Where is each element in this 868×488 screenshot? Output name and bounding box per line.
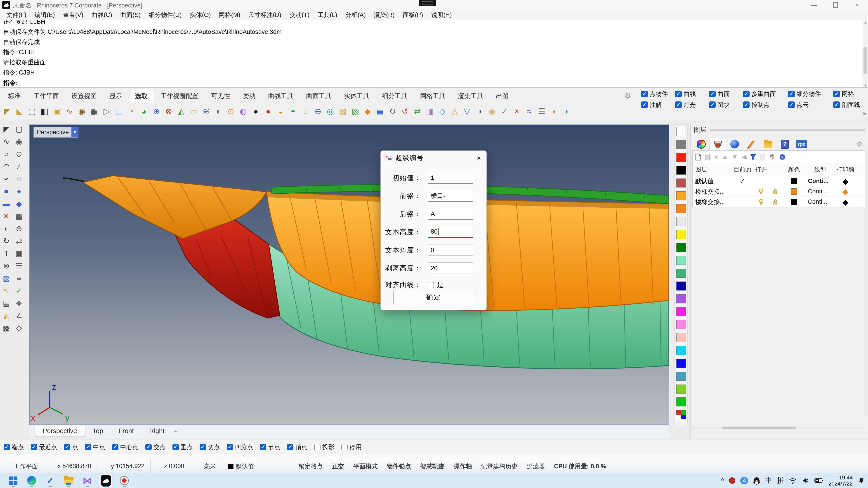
- filter-checkbox[interactable]: ✓ 点云: [788, 101, 833, 109]
- palette-color-swatch[interactable]: [676, 191, 686, 200]
- layers-vertical-scrollbar[interactable]: [865, 150, 868, 417]
- toolbar-icon[interactable]: ▦: [88, 105, 100, 118]
- palette-color-swatch[interactable]: [676, 243, 686, 252]
- ribbon-tab[interactable]: 设置视图: [65, 89, 103, 103]
- sidebar-tool-icon[interactable]: ◈: [13, 297, 25, 309]
- taskbar-todo-icon[interactable]: ✓: [44, 474, 57, 488]
- sidebar-tool-icon[interactable]: ▦: [13, 210, 25, 222]
- panel-tab-folder-icon[interactable]: [760, 138, 776, 151]
- toolbar-icon[interactable]: ◑: [473, 105, 486, 118]
- filter-icon[interactable]: [750, 154, 756, 160]
- toolbar-icon[interactable]: ◕: [138, 105, 150, 118]
- toolbar-icon[interactable]: ▣: [51, 105, 63, 118]
- toolbar-icon[interactable]: ◭: [175, 105, 187, 118]
- layer-column-header[interactable]: 打印颜: [835, 163, 856, 176]
- menu-item[interactable]: 曲线(C): [87, 10, 116, 20]
- sidebar-tool-icon[interactable]: ■: [0, 185, 13, 197]
- sidebar-tool-icon[interactable]: ◠: [0, 160, 13, 173]
- toolbar-icon[interactable]: ▱: [187, 105, 200, 118]
- palette-color-swatch[interactable]: [676, 153, 686, 162]
- viewport-menu-arrow-icon[interactable]: ▾: [71, 127, 78, 137]
- toolbar-icon[interactable]: ◔: [125, 105, 138, 118]
- filter-checkbox[interactable]: ✓ 点物件: [641, 90, 675, 98]
- toolbar-icon[interactable]: ↻: [386, 105, 399, 118]
- filter-checkbox[interactable]: ✓ 图块: [709, 101, 743, 109]
- layer-row[interactable]: 楼梯交接... ✓ Conti... ◆: [692, 186, 866, 197]
- sidebar-tool-icon[interactable]: ↻: [0, 235, 13, 247]
- ribbon-tab[interactable]: 曲面工具: [300, 89, 338, 103]
- toolbar-icon[interactable]: ☰: [535, 105, 548, 118]
- palette-color-swatch[interactable]: [676, 269, 686, 278]
- osnap-checkbox[interactable]: ✓ 停用: [341, 443, 362, 451]
- layer-lock-icon[interactable]: [769, 189, 782, 195]
- panel-tab-layers-icon[interactable]: [710, 138, 726, 151]
- ribbon-tab[interactable]: 细分工具: [376, 89, 414, 103]
- toolbar-icon[interactable]: ⊖: [312, 105, 324, 118]
- toolbar-icon[interactable]: ●: [262, 105, 274, 118]
- sidebar-tool-icon[interactable]: ▣: [13, 247, 25, 260]
- toolbar-icon[interactable]: ▤: [374, 105, 386, 118]
- status-toggle[interactable]: CPU 使用量: 0.0 %: [550, 462, 611, 470]
- filter-checkbox[interactable]: ✓ 曲面: [709, 90, 743, 98]
- filter-checkbox[interactable]: ✓ 网格: [833, 90, 867, 98]
- ribbon-gear-icon[interactable]: ⚙: [624, 91, 631, 100]
- current-layer-check[interactable]: ✓: [731, 177, 754, 185]
- tray-expand-icon[interactable]: ^: [721, 477, 724, 484]
- align-curve-checkbox[interactable]: [428, 282, 434, 288]
- ribbon-tab[interactable]: 出图: [490, 89, 515, 103]
- menu-item[interactable]: 网格(M): [215, 10, 244, 20]
- status-toggle[interactable]: 锁定格点: [294, 462, 328, 470]
- close-button[interactable]: ×: [848, 0, 865, 10]
- ok-button[interactable]: 确定: [393, 290, 474, 304]
- dialog-field-input[interactable]: 1: [428, 172, 473, 184]
- osnap-checkbox[interactable]: ✓ 最近点: [31, 443, 57, 451]
- palette-color-swatch[interactable]: [676, 397, 686, 406]
- filter-checkbox[interactable]: ✓ 曲线: [675, 90, 709, 98]
- wifi-icon[interactable]: [789, 477, 797, 484]
- taskbar-visualstudio-icon[interactable]: ⋈: [81, 474, 94, 488]
- perspective-viewport[interactable]: z x y Perspective ▾: [29, 125, 669, 425]
- sidebar-tool-icon[interactable]: ◌: [13, 173, 25, 185]
- toolbar-icon[interactable]: ◍: [237, 105, 250, 118]
- menu-item[interactable]: 工具(L): [313, 10, 341, 20]
- toolbar-icon[interactable]: ◆: [362, 105, 374, 118]
- sidebar-tool-icon[interactable]: ☰: [13, 260, 25, 272]
- toolbar-icon[interactable]: ▥: [424, 105, 436, 118]
- ribbon-tab[interactable]: 实体工具: [338, 89, 376, 103]
- status-toggle[interactable]: 物件锁点: [382, 462, 416, 470]
- tray-lang-cn[interactable]: 中: [765, 476, 772, 485]
- layer-linetype[interactable]: Conti...: [806, 188, 835, 195]
- toolbar-icon[interactable]: ◣: [13, 105, 26, 118]
- status-segment[interactable]: 毫米: [190, 459, 222, 473]
- toolbar-overflow-icon[interactable]: »: [863, 109, 867, 117]
- sidebar-tool-icon[interactable]: ▢: [13, 123, 25, 135]
- command-scrollbar[interactable]: ▲ ▼: [863, 20, 868, 88]
- layers-horizontal-scrollbar[interactable]: [692, 426, 866, 429]
- move-down-icon[interactable]: ▼: [732, 153, 738, 161]
- filter-checkbox[interactable]: ✓ 多重曲面: [743, 90, 788, 98]
- layer-column-header[interactable]: 线型: [806, 163, 835, 176]
- layer-column-header[interactable]: [769, 167, 782, 172]
- layer-print-color-diamond[interactable]: ◆: [835, 177, 856, 186]
- palette-color-swatch[interactable]: [676, 282, 686, 291]
- layer-tools-icon[interactable]: [769, 154, 776, 160]
- filter-checkbox[interactable]: ✓ 控制点: [743, 101, 788, 109]
- palette-color-swatch[interactable]: [676, 372, 686, 381]
- status-toggle[interactable]: 操作轴: [449, 462, 476, 470]
- current-layer-check[interactable]: ✓: [731, 198, 754, 206]
- osnap-checkbox[interactable]: ✓ 垂点: [173, 443, 193, 451]
- sidebar-tool-icon[interactable]: ▧: [0, 272, 13, 285]
- toolbar-icon[interactable]: ×: [510, 105, 523, 118]
- palette-color-swatch[interactable]: [676, 204, 686, 213]
- menu-item[interactable]: 分析(A): [341, 10, 370, 20]
- toolbar-icon[interactable]: ▨: [337, 105, 349, 118]
- viewport-title-menu[interactable]: Perspective ▾: [33, 127, 79, 138]
- menu-item[interactable]: 渲染(R): [370, 10, 399, 20]
- osnap-checkbox[interactable]: ✓ 交点: [145, 443, 166, 451]
- sidebar-tool-icon[interactable]: ∠: [13, 309, 25, 322]
- sublayer-icon[interactable]: [760, 153, 766, 161]
- osnap-checkbox[interactable]: ✓ 中点: [85, 443, 105, 451]
- menu-item[interactable]: 细分物件(U): [145, 10, 186, 20]
- osnap-checkbox[interactable]: ✓ 中心点: [112, 443, 138, 451]
- palette-color-swatch[interactable]: [676, 256, 686, 265]
